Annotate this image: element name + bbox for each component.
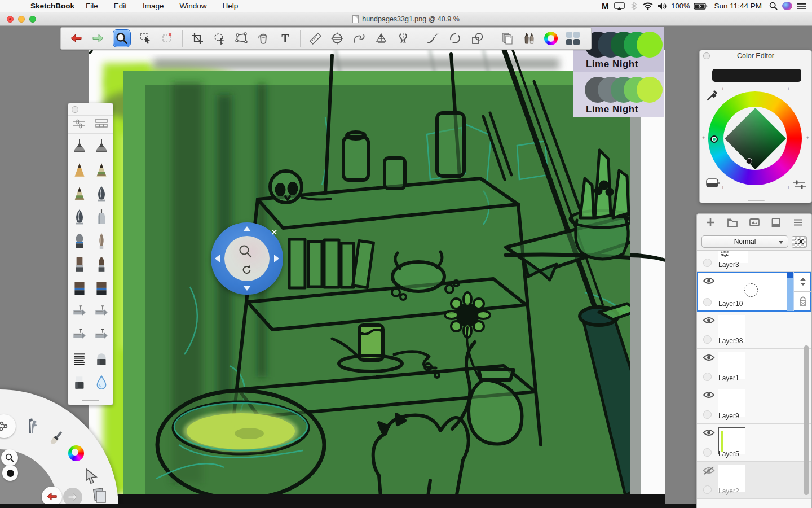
distort-transform-button[interactable] bbox=[234, 31, 249, 46]
menu-clock[interactable]: Sun 11:44 PM bbox=[712, 2, 764, 10]
visibility-eye-hidden-icon[interactable] bbox=[703, 466, 715, 477]
copy-paste-button[interactable] bbox=[500, 31, 514, 46]
puck-close-icon[interactable]: ✕ bbox=[271, 228, 277, 237]
interface-layout-button[interactable] bbox=[566, 31, 580, 46]
brush-pencil-green[interactable] bbox=[70, 184, 89, 204]
layer-lock-indicator[interactable] bbox=[703, 298, 712, 306]
panel-close-button[interactable] bbox=[703, 52, 710, 59]
blend-mode-dropdown[interactable]: Normal bbox=[701, 235, 788, 248]
fill-tool-button[interactable] bbox=[256, 31, 271, 46]
layers-scrollbar[interactable] bbox=[804, 345, 809, 495]
text-tool-button[interactable]: T bbox=[278, 31, 293, 46]
lasso-move-tool-button[interactable] bbox=[212, 31, 227, 46]
lagoon-cursor-button[interactable] bbox=[83, 467, 99, 484]
layer-lock-transparency-button[interactable] bbox=[794, 292, 811, 311]
brush-pencil[interactable] bbox=[70, 160, 89, 181]
steady-stroke-button[interactable] bbox=[426, 31, 440, 46]
brush-ballpoint[interactable] bbox=[70, 137, 89, 157]
crop-tool-button[interactable] bbox=[190, 31, 205, 46]
value-selector[interactable] bbox=[746, 158, 752, 164]
lagoon-layers-button[interactable] bbox=[91, 487, 108, 505]
brush-airbrush[interactable] bbox=[70, 302, 89, 322]
layer-reorder-button[interactable] bbox=[794, 272, 811, 292]
layer-lock-indicator[interactable] bbox=[703, 410, 712, 419]
redo-button[interactable] bbox=[91, 31, 105, 46]
wifi-icon[interactable] bbox=[643, 1, 653, 11]
layer-opacity-slider[interactable] bbox=[787, 272, 793, 311]
brush-pencil-green[interactable] bbox=[92, 160, 111, 181]
layer-row-layer5[interactable]: Layer5 bbox=[697, 424, 811, 462]
import-image-button[interactable] bbox=[749, 217, 760, 230]
tab-brush-settings[interactable] bbox=[72, 119, 86, 131]
puck-inner-area[interactable] bbox=[224, 236, 270, 281]
navigation-puck[interactable]: ✕ bbox=[211, 222, 283, 295]
layer-lock-indicator[interactable] bbox=[703, 335, 712, 344]
perspective-tool-button[interactable] bbox=[374, 31, 389, 46]
notification-center-icon[interactable] bbox=[796, 1, 806, 11]
brush-flat[interactable] bbox=[70, 255, 89, 275]
brush-ink-nib[interactable] bbox=[70, 207, 89, 227]
layer-folder-button[interactable] bbox=[727, 217, 738, 230]
pan-right-arrow[interactable] bbox=[274, 255, 279, 262]
brush-chisel-marker[interactable] bbox=[70, 231, 89, 251]
visibility-eye-icon[interactable] bbox=[703, 428, 715, 439]
brush-hatch-texture[interactable] bbox=[70, 349, 89, 369]
layer-lock-indicator[interactable] bbox=[703, 485, 712, 494]
lagoon-paintbrush-button[interactable] bbox=[47, 429, 64, 448]
spotlight-search-icon[interactable] bbox=[768, 1, 778, 11]
tab-brush-library[interactable] bbox=[94, 118, 109, 132]
layer-row-layer98[interactable]: Layer98 bbox=[697, 312, 811, 349]
layer-lock-indicator[interactable] bbox=[703, 373, 712, 381]
brush-eraser-hard[interactable] bbox=[70, 373, 89, 393]
menu-help[interactable]: Help bbox=[215, 2, 246, 10]
malwarebytes-icon[interactable]: M bbox=[600, 1, 610, 11]
sliders-icon[interactable] bbox=[792, 179, 807, 192]
bluetooth-icon[interactable] bbox=[629, 1, 639, 11]
brush-eraser-soft[interactable] bbox=[92, 349, 111, 369]
canvas-artwork[interactable] bbox=[89, 50, 665, 504]
layer-row-layer1[interactable]: Layer1 bbox=[697, 349, 811, 386]
french-curve-button[interactable] bbox=[352, 31, 367, 46]
ellipse-tool-button[interactable] bbox=[448, 31, 462, 46]
eyedropper-icon[interactable] bbox=[707, 90, 718, 103]
menu-edit[interactable]: Edit bbox=[106, 2, 135, 10]
lagoon-zoom-button[interactable] bbox=[1, 449, 18, 466]
menu-window[interactable]: Window bbox=[172, 2, 215, 10]
layer-row-layer10[interactable]: Layer10 bbox=[697, 272, 811, 312]
brush-library-button[interactable] bbox=[522, 31, 536, 46]
add-layer-button[interactable] bbox=[705, 217, 716, 230]
brush-technical-pen[interactable] bbox=[92, 207, 111, 227]
select-tool-button[interactable] bbox=[138, 31, 153, 46]
shapes-tool-button[interactable] bbox=[470, 31, 484, 46]
brush-round[interactable] bbox=[92, 255, 111, 275]
visibility-eye-icon[interactable] bbox=[703, 316, 715, 327]
undo-button[interactable] bbox=[69, 31, 83, 46]
layer-row-layer2[interactable]: Layer2 bbox=[697, 462, 811, 499]
brush-watercolor-drop[interactable] bbox=[92, 373, 111, 393]
ruler-tool-button[interactable] bbox=[308, 31, 323, 46]
layer-opacity-field[interactable]: 100 bbox=[792, 236, 807, 248]
visibility-eye-icon[interactable] bbox=[703, 277, 715, 287]
visibility-eye-icon[interactable] bbox=[703, 391, 715, 401]
zoom-tool-button[interactable] bbox=[113, 29, 131, 47]
brush-ink-nib[interactable] bbox=[92, 184, 111, 204]
menu-file[interactable]: File bbox=[78, 2, 106, 10]
brush-wide-flat[interactable] bbox=[70, 278, 89, 299]
brush-ballpoint[interactable] bbox=[92, 137, 111, 157]
layer-options-button[interactable] bbox=[770, 217, 782, 230]
panel-close-button[interactable] bbox=[72, 106, 78, 113]
brush-airbrush[interactable] bbox=[70, 325, 89, 345]
layer-lock-indicator[interactable] bbox=[703, 448, 712, 457]
symmetry-tool-button[interactable] bbox=[396, 31, 411, 46]
lagoon-current-color-button[interactable] bbox=[2, 465, 18, 481]
pan-down-arrow[interactable] bbox=[243, 286, 251, 291]
lagoon-tools-button[interactable] bbox=[24, 417, 39, 436]
color-puck-icon[interactable] bbox=[705, 177, 720, 191]
siri-icon[interactable] bbox=[782, 2, 792, 10]
app-menu[interactable]: SketchBook bbox=[30, 2, 74, 10]
pan-left-arrow[interactable] bbox=[215, 255, 220, 262]
airplay-display-icon[interactable] bbox=[614, 1, 625, 11]
color-wheel-button[interactable] bbox=[544, 31, 558, 46]
layers-menu-button[interactable] bbox=[792, 217, 804, 230]
brush-airbrush[interactable] bbox=[92, 302, 111, 322]
